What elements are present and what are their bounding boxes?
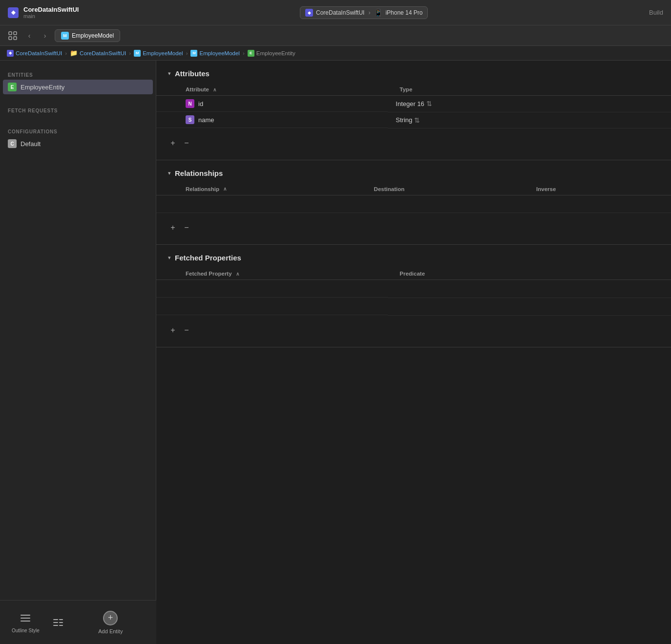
breadcrumb-model2-label[interactable]: EmployeeModel [199,50,239,56]
sidebar-item-default-config[interactable]: C Default [0,136,156,151]
grid-icon-button[interactable] [6,29,20,43]
relationship-empty-dest [362,195,507,213]
breadcrumb-sep-1: › [65,50,67,56]
relationship-sort-icon: ∧ [223,186,227,192]
stepper-icon-id[interactable]: ⇅ [426,100,432,107]
attributes-remove-button[interactable]: − [182,138,191,148]
breadcrumb-model1-icon: M [134,50,141,57]
attribute-id-name[interactable]: N id [156,96,388,112]
toolbar: ‹ › M EmployeeModel [0,25,671,46]
attributes-add-button[interactable]: + [168,138,178,148]
svg-rect-11 [59,622,63,623]
attributes-section: ▾ Attributes Attribute ∧ Type [156,61,671,160]
attributes-add-remove: + − [156,134,671,152]
outline-style-button-2[interactable] [51,616,65,629]
attribute-name-type[interactable]: String ⇅ [388,112,671,128]
relationships-col-relationship[interactable]: Relationship ∧ [156,183,362,195]
relationships-collapse-chevron[interactable]: ▾ [168,170,171,176]
svg-rect-4 [21,615,30,616]
entities-section-title: ENTITIES [0,68,156,80]
breadcrumb-folder-label[interactable]: CoreDataInSwiftUI [80,50,126,56]
app-title-group: ◆ CoreDataInSwiftUI main [8,6,79,19]
sidebar: ENTITIES E EmployeeEntity FETCH REQUESTS… [0,61,156,600]
fetched-col-property[interactable]: Fetched Property ∧ [156,268,388,280]
main-layout: ENTITIES E EmployeeEntity FETCH REQUESTS… [0,61,671,600]
relationships-section: ▾ Relationships Relationship ∧ Destinati… [156,160,671,245]
svg-rect-12 [59,625,63,626]
fetched-col-predicate[interactable]: Predicate [388,268,671,280]
outline-style-button-1[interactable]: Outline Style [12,611,40,633]
breadcrumb-model1-label[interactable]: EmployeeModel [143,50,183,56]
attributes-title: Attributes [175,69,210,78]
relationships-add-button[interactable]: + [168,223,178,233]
attribute-id-type-selector[interactable]: Integer 16 ⇅ [396,100,663,107]
build-label: Build [649,9,663,16]
breadcrumb-item-model2[interactable]: M EmployeeModel [190,50,239,57]
entity-badge-e: E [8,83,17,91]
fetched-properties-remove-button[interactable]: − [182,325,191,335]
relationships-remove-button[interactable]: − [182,223,191,233]
relationship-empty-row [156,195,671,213]
breadcrumb-entity-label: EmployeeEntity [256,50,295,56]
attributes-table: Attribute ∧ Type N id [156,84,671,129]
fetched-properties-title: Fetched Properties [175,254,241,262]
svg-rect-3 [14,37,17,40]
breadcrumb-entity-icon: E [248,50,254,57]
add-entity-button[interactable]: + Add Entity [77,611,145,634]
attributes-col-attribute[interactable]: Attribute ∧ [156,84,388,96]
relationships-col-inverse[interactable]: Inverse [507,183,671,195]
breadcrumb-item-entity: E EmployeeEntity [248,50,295,57]
attribute-name-type-selector[interactable]: String ⇅ [396,116,663,124]
attributes-col-type[interactable]: Type [388,84,671,96]
svg-rect-5 [21,618,30,619]
scheme-app-name: CoreDataInSwiftUI [316,9,364,16]
breadcrumb-folder-icon: 📁 [70,49,78,57]
active-tab[interactable]: M EmployeeModel [55,29,120,42]
scheme-selector-area[interactable]: ◆ CoreDataInSwiftUI › 📱 iPhone 14 Pro [79,6,649,19]
outline-style-label: Outline Style [12,628,40,633]
fetched-properties-add-button[interactable]: + [168,325,178,335]
stepper-icon-name[interactable]: ⇅ [414,116,420,124]
scheme-device: iPhone 14 Pro [385,9,422,16]
scheme-selector[interactable]: ◆ CoreDataInSwiftUI › 📱 iPhone 14 Pro [300,6,428,19]
attribute-name-label: name [198,116,214,124]
breadcrumb-item-model1[interactable]: M EmployeeModel [134,50,183,57]
fetched-properties-header: ▾ Fetched Properties [156,245,671,268]
nav-back-button[interactable]: ‹ [23,30,35,42]
breadcrumb-app-label[interactable]: CoreDataInSwiftUI [16,50,62,56]
relationships-header: ▾ Relationships [156,160,671,183]
fetched-empty-cell-1 [156,280,388,298]
attribute-row-name[interactable]: S name String ⇅ [156,112,671,128]
svg-rect-2 [9,37,12,40]
sidebar-entity-label: EmployeeEntity [21,84,64,91]
attributes-collapse-chevron[interactable]: ▾ [168,70,171,77]
breadcrumb-model2-icon: M [190,50,197,57]
fetched-properties-collapse-chevron[interactable]: ▾ [168,255,171,261]
attribute-row-id[interactable]: N id Integer 16 ⇅ [156,96,671,112]
config-badge-c: C [8,139,17,148]
breadcrumb-sep-3: › [186,50,188,56]
outline-icon-1 [19,611,32,625]
sidebar-item-employee-entity[interactable]: E EmployeeEntity [3,80,153,94]
fetched-sort-icon: ∧ [236,271,239,277]
sidebar-config-label: Default [21,140,41,148]
breadcrumb-item-app[interactable]: ◆ CoreDataInSwiftUI [7,50,62,57]
add-entity-label: Add Entity [98,628,123,634]
app-title: CoreDataInSwiftUI main [23,6,79,19]
fetched-empty-row-1 [156,280,671,298]
content-area: ▾ Attributes Attribute ∧ Type [156,61,671,600]
attribute-id-type[interactable]: Integer 16 ⇅ [388,96,671,112]
scheme-app-icon: ◆ [305,9,313,17]
breadcrumb-item-folder[interactable]: 📁 CoreDataInSwiftUI [70,49,126,57]
nav-forward-button[interactable]: › [39,30,51,42]
fetched-properties-section: ▾ Fetched Properties Fetched Property ∧ … [156,245,671,347]
relationships-table: Relationship ∧ Destination Inverse [156,183,671,214]
fetched-empty-row-2 [156,298,671,315]
attribute-name-name[interactable]: S name [156,112,388,128]
fetched-empty-pred-2 [388,298,671,315]
relationships-col-destination[interactable]: Destination [362,183,507,195]
attributes-header: ▾ Attributes [156,61,671,84]
svg-rect-6 [21,621,30,622]
app-branch: main [23,13,79,19]
fetched-empty-cell-2 [156,298,388,315]
